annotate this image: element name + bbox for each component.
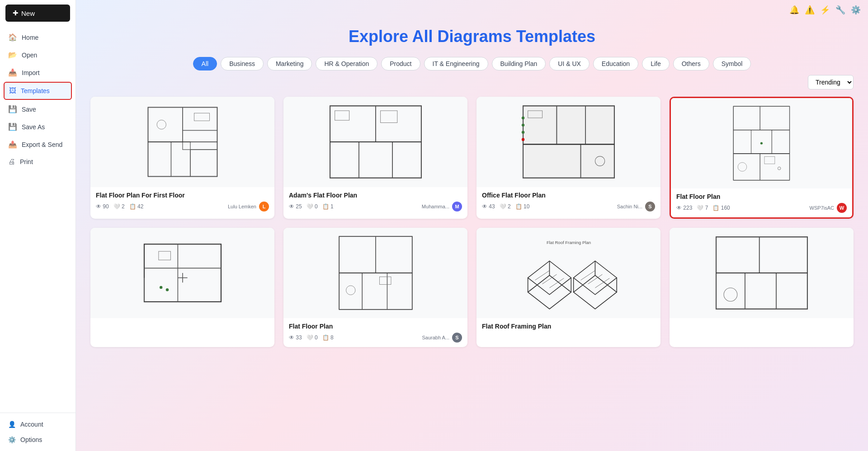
card-stats-6: 👁 33 🤍 0 📋 8: [289, 334, 334, 341]
sidebar-label-export: Export & Send: [22, 141, 62, 148]
filter-pill-life[interactable]: Life: [642, 57, 670, 70]
footer-label-options: Options: [20, 436, 42, 443]
warning-icon[interactable]: ⚠️: [805, 5, 815, 15]
filter-pill-all[interactable]: All: [193, 57, 217, 70]
filter-pill-hr---operation[interactable]: HR & Operation: [316, 57, 377, 70]
filter-pill-others[interactable]: Others: [673, 57, 709, 70]
card-author-1: Lulu Lemken L: [228, 202, 269, 211]
save-icon: 💾: [8, 105, 17, 113]
sidebar-item-export[interactable]: 📤Export & Send: [4, 136, 72, 153]
views-stat: 👁 43: [482, 203, 495, 210]
svg-text:Flat Roof Framing Plan: Flat Roof Framing Plan: [546, 240, 590, 245]
views-stat: 👁 25: [289, 203, 302, 210]
card-author-2: Muhamma... M: [422, 202, 462, 211]
filter-pill-marketing[interactable]: Marketing: [267, 57, 312, 70]
sort-select[interactable]: TrendingNewestPopular: [808, 75, 854, 89]
card-stats-1: 👁 90 🤍 2 📋 42: [96, 203, 143, 210]
sidebar-nav: 🏠Home📂Open📥Import🖼Templates💾Save💾Save As…: [0, 29, 75, 413]
filter-row: AllBusinessMarketingHR & OperationProduc…: [90, 57, 854, 70]
account-icon: 👤: [8, 421, 16, 428]
settings-icon[interactable]: ⚙️: [851, 5, 861, 15]
filter-pill-education[interactable]: Education: [593, 57, 638, 70]
export-icon: 📤: [8, 140, 17, 149]
card-preview-2: [283, 97, 467, 187]
saveas-icon: 💾: [8, 122, 17, 131]
template-card-2[interactable]: Adam's Flat Floor Plan 👁 25 🤍 0 📋 1 Muha…: [283, 97, 467, 219]
template-card-3[interactable]: Office Flat Floor Plan 👁 43 🤍 2 📋 10 Sac…: [476, 97, 660, 219]
card-preview-6: [283, 228, 467, 318]
filter-pill-ui---ux[interactable]: UI & UX: [549, 57, 590, 70]
sidebar-footer: 👤Account⚙️Options: [0, 413, 75, 451]
page-title: Explore All Diagrams Templates: [90, 27, 854, 46]
sidebar-footer-account[interactable]: 👤Account: [4, 417, 72, 432]
options-icon: ⚙️: [8, 436, 16, 443]
svg-point-31: [521, 138, 524, 141]
copies-stat: 📋 8: [322, 334, 334, 341]
grid-icon[interactable]: ⚡: [820, 5, 830, 15]
svg-point-29: [521, 124, 524, 127]
tool-icon[interactable]: 🔧: [835, 5, 845, 15]
avatar-6: S: [452, 333, 462, 343]
svg-rect-19: [523, 106, 614, 178]
card-stats-4: 👁 223 🤍 7 📋 160: [676, 205, 730, 211]
card-preview-7: Flat Roof Framing Plan: [476, 228, 660, 318]
author-name: WSP7isAC: [810, 205, 834, 211]
new-button[interactable]: ✚ New: [5, 5, 70, 22]
template-card-7[interactable]: Flat Roof Framing Plan Flat Roof Framing…: [476, 228, 660, 347]
notification-icon[interactable]: 🔔: [789, 5, 799, 15]
likes-stat: 🤍 2: [500, 203, 511, 210]
card-preview-1: [90, 97, 274, 187]
svg-line-73: [549, 278, 564, 288]
svg-point-30: [521, 131, 524, 134]
copies-stat: 📋 10: [515, 203, 530, 210]
sort-bar: TrendingNewestPopular: [90, 75, 854, 89]
sidebar-item-saveas[interactable]: 💾Save As: [4, 118, 72, 135]
sidebar-label-home: Home: [22, 34, 38, 41]
svg-point-45: [760, 142, 763, 144]
card-title-6: Flat Floor Plan: [289, 323, 462, 330]
filter-pill-building-plan[interactable]: Building Plan: [492, 57, 546, 70]
svg-marker-66: [528, 275, 571, 309]
author-name: Sachin Ni...: [617, 204, 642, 209]
card-preview-5: [90, 228, 274, 318]
sidebar-item-print[interactable]: 🖨Print: [4, 154, 72, 170]
main-content: 🔔 ⚠️ ⚡ 🔧 ⚙️ Explore All Diagrams Templat…: [76, 0, 868, 451]
sidebar-label-import: Import: [22, 69, 40, 76]
sidebar-label-templates: Templates: [21, 87, 50, 94]
copies-stat: 📋 160: [712, 205, 730, 211]
card-stats-2: 👁 25 🤍 0 📋 1: [289, 203, 334, 210]
templates-icon: 🖼: [9, 87, 16, 95]
filter-pill-product[interactable]: Product: [381, 57, 420, 70]
template-card-6[interactable]: Flat Floor Plan 👁 33 🤍 0 📋 8 Saurabh A..…: [283, 228, 467, 347]
template-card-8[interactable]: [670, 228, 854, 347]
views-stat: 👁 223: [676, 205, 692, 211]
sidebar-item-open[interactable]: 📂Open: [4, 47, 72, 63]
card-stats-3: 👁 43 🤍 2 📋 10: [482, 203, 529, 210]
sidebar-item-home[interactable]: 🏠Home: [4, 29, 72, 46]
author-name: Muhamma...: [422, 204, 449, 209]
filter-pill-business[interactable]: Business: [221, 57, 264, 70]
copies-stat: 📋 1: [322, 203, 334, 210]
card-title-4: Flat Floor Plan: [676, 193, 847, 200]
topbar: 🔔 ⚠️ ⚡ 🔧 ⚙️: [76, 0, 868, 20]
print-icon: 🖨: [8, 158, 15, 166]
home-icon: 🏠: [8, 33, 17, 42]
likes-stat: 🤍 7: [697, 205, 708, 211]
sidebar-item-save[interactable]: 💾Save: [4, 101, 72, 117]
svg-marker-74: [573, 275, 617, 309]
template-card-1[interactable]: Flat Floor Plan For First Floor 👁 90 🤍 2…: [90, 97, 274, 219]
svg-line-81: [595, 278, 609, 288]
sidebar: ✚ New 🏠Home📂Open📥Import🖼Templates💾Save💾S…: [0, 0, 76, 451]
views-stat: 👁 33: [289, 334, 302, 341]
template-card-5[interactable]: [90, 228, 274, 347]
svg-point-54: [165, 288, 168, 291]
sidebar-item-import[interactable]: 📥Import: [4, 64, 72, 81]
filter-pill-it---engineering[interactable]: IT & Engineering: [424, 57, 488, 70]
filter-pill-symbol[interactable]: Symbol: [713, 57, 751, 70]
sidebar-item-templates[interactable]: 🖼Templates: [4, 82, 72, 100]
template-card-4[interactable]: Flat Floor Plan 👁 223 🤍 7 📋 160 WSP7isAC…: [670, 97, 854, 219]
avatar-4: W: [837, 203, 847, 213]
sidebar-footer-options[interactable]: ⚙️Options: [4, 432, 72, 447]
svg-point-28: [521, 117, 524, 119]
card-preview-8: [670, 228, 854, 318]
